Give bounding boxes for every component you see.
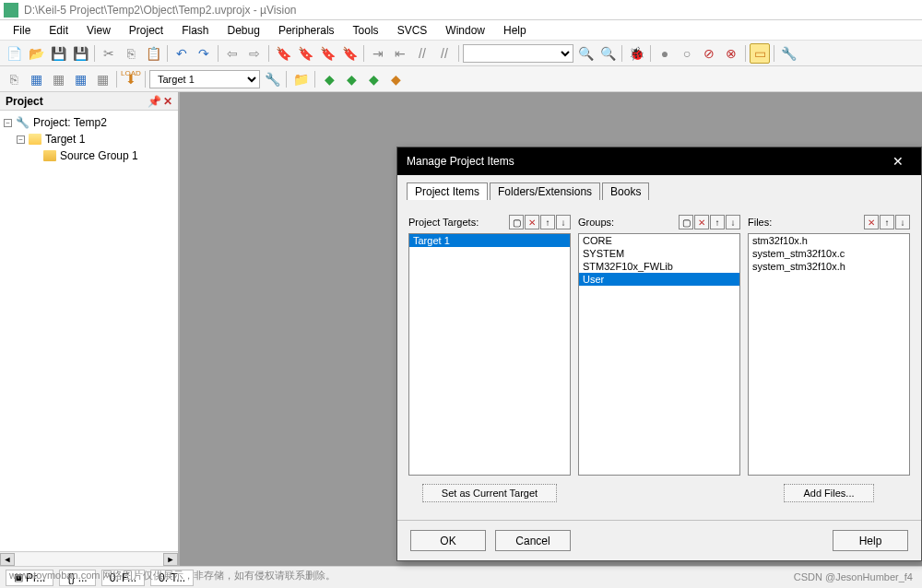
close-icon[interactable]: ✕ bbox=[884, 154, 912, 169]
list-item[interactable]: User bbox=[579, 273, 739, 286]
comment-icon[interactable]: // bbox=[412, 43, 432, 64]
list-item[interactable]: system_stm32f10x.c bbox=[749, 247, 909, 260]
batch-build-icon[interactable]: ▦ bbox=[70, 69, 90, 89]
breakpoint-kill-icon[interactable]: ⊗ bbox=[721, 43, 741, 64]
menu-peripherals[interactable]: Peripherals bbox=[269, 22, 344, 39]
target-options-icon[interactable]: 🔧 bbox=[262, 69, 282, 89]
panel-hscroll[interactable]: ◄ ► bbox=[0, 551, 178, 566]
menu-svcs[interactable]: SVCS bbox=[388, 22, 437, 39]
tab-books[interactable]: Books bbox=[602, 182, 649, 200]
new-group-icon[interactable]: ▢ bbox=[679, 215, 693, 229]
scroll-left-icon[interactable]: ◄ bbox=[0, 553, 15, 566]
cut-icon[interactable]: ✂ bbox=[99, 43, 119, 64]
tree-target[interactable]: − Target 1 bbox=[4, 131, 174, 147]
menu-project[interactable]: Project bbox=[120, 22, 172, 39]
project-root-icon: 🔧 bbox=[16, 116, 30, 129]
tree-group[interactable]: Source Group 1 bbox=[4, 147, 174, 164]
save-all-icon[interactable]: 💾 bbox=[70, 43, 90, 64]
move-up-icon[interactable]: ↑ bbox=[710, 215, 725, 229]
ok-button[interactable]: OK bbox=[410, 530, 486, 551]
set-current-target-button[interactable]: Set as Current Target bbox=[422, 484, 557, 502]
collapse-icon[interactable]: − bbox=[4, 119, 12, 127]
dialog-title-bar: Manage Project Items ✕ bbox=[397, 147, 921, 175]
redo-icon[interactable]: ↷ bbox=[194, 43, 214, 64]
stop-build-icon[interactable]: ▦ bbox=[92, 69, 112, 89]
find-icon[interactable]: 🔍 bbox=[575, 43, 596, 64]
move-down-icon[interactable]: ↓ bbox=[556, 215, 571, 229]
configure-icon[interactable]: 🔧 bbox=[778, 43, 798, 64]
open-file-icon[interactable]: 📂 bbox=[26, 43, 46, 64]
bookmark-clear-icon[interactable]: 🔖 bbox=[339, 43, 360, 64]
delete-file-icon[interactable]: ✕ bbox=[864, 215, 879, 229]
move-down-icon[interactable]: ↓ bbox=[726, 215, 740, 229]
select-packs-icon[interactable]: ◆ bbox=[341, 69, 361, 89]
groups-listbox[interactable]: CORE SYSTEM STM32F10x_FWLib User bbox=[578, 233, 740, 476]
new-target-icon[interactable]: ▢ bbox=[509, 215, 524, 229]
separator bbox=[167, 45, 168, 62]
tab-folders-extensions[interactable]: Folders/Extensions bbox=[490, 182, 600, 200]
targets-listbox[interactable]: Target 1 bbox=[408, 233, 571, 476]
breakpoint-disable-icon[interactable]: ⊘ bbox=[699, 43, 719, 64]
bookmark-prev-icon[interactable]: 🔖 bbox=[295, 43, 315, 64]
download-icon[interactable]: LOAD⬇ bbox=[121, 69, 141, 89]
menu-view[interactable]: View bbox=[77, 22, 120, 39]
window-icon[interactable]: ▭ bbox=[750, 43, 770, 64]
list-item[interactable]: system_stm32f10x.h bbox=[749, 260, 909, 273]
project-tree[interactable]: − 🔧 Project: Temp2 − Target 1 Source Gro… bbox=[0, 111, 178, 551]
move-up-icon[interactable]: ↑ bbox=[540, 215, 555, 229]
bookmark-icon[interactable]: 🔖 bbox=[273, 43, 293, 64]
undo-icon[interactable]: ↶ bbox=[171, 43, 192, 64]
save-icon[interactable]: 💾 bbox=[48, 43, 68, 64]
rebuild-icon[interactable]: ▦ bbox=[48, 69, 68, 89]
indent-icon[interactable]: ⇥ bbox=[368, 43, 388, 64]
pack-installer-icon[interactable]: ◆ bbox=[363, 69, 384, 89]
paste-icon[interactable]: 📋 bbox=[143, 43, 163, 64]
delete-group-icon[interactable]: ✕ bbox=[694, 215, 709, 229]
list-item[interactable]: SYSTEM bbox=[579, 247, 739, 260]
scroll-track[interactable] bbox=[15, 553, 163, 566]
copy-icon[interactable]: ⎘ bbox=[121, 43, 141, 64]
menu-debug[interactable]: Debug bbox=[219, 22, 269, 39]
menu-tools[interactable]: Tools bbox=[344, 22, 388, 39]
breakpoint-enable-icon[interactable]: ○ bbox=[677, 43, 697, 64]
cancel-button[interactable]: Cancel bbox=[495, 530, 571, 551]
list-item[interactable]: Target 1 bbox=[409, 234, 570, 247]
delete-target-icon[interactable]: ✕ bbox=[525, 215, 539, 229]
nav-back-icon[interactable]: ⇦ bbox=[222, 43, 242, 64]
build-icon[interactable]: ▦ bbox=[26, 69, 46, 89]
target-select[interactable]: Target 1 bbox=[149, 70, 260, 88]
scroll-right-icon[interactable]: ► bbox=[163, 553, 178, 566]
find-combo[interactable] bbox=[463, 44, 573, 63]
move-down-icon[interactable]: ↓ bbox=[895, 215, 910, 229]
bookmark-next-icon[interactable]: 🔖 bbox=[317, 43, 337, 64]
books-icon[interactable]: ◆ bbox=[385, 69, 406, 89]
translate-icon[interactable]: ⎘ bbox=[4, 69, 24, 89]
breakpoint-insert-icon[interactable]: ● bbox=[655, 43, 675, 64]
menu-flash[interactable]: Flash bbox=[172, 22, 218, 39]
list-item[interactable]: CORE bbox=[579, 234, 739, 247]
tab-project-items[interactable]: Project Items bbox=[407, 182, 488, 200]
files-listbox[interactable]: stm32f10x.h system_stm32f10x.c system_st… bbox=[748, 233, 910, 476]
add-files-button[interactable]: Add Files... bbox=[784, 484, 873, 502]
help-button[interactable]: Help bbox=[833, 530, 908, 551]
manage-rte-icon[interactable]: ◆ bbox=[319, 69, 339, 89]
nav-fwd-icon[interactable]: ⇨ bbox=[244, 43, 265, 64]
list-item[interactable]: stm32f10x.h bbox=[749, 234, 909, 247]
collapse-icon[interactable]: − bbox=[17, 135, 25, 144]
menu-edit[interactable]: Edit bbox=[40, 22, 77, 39]
find-in-files-icon[interactable]: 🔍 bbox=[597, 43, 618, 64]
move-up-icon[interactable]: ↑ bbox=[880, 215, 894, 229]
menu-help[interactable]: Help bbox=[494, 22, 536, 39]
manage-items-icon[interactable]: 📁 bbox=[290, 69, 311, 89]
menu-file[interactable]: File bbox=[4, 22, 40, 39]
tree-target-label: Target 1 bbox=[45, 133, 85, 146]
new-file-icon[interactable]: 📄 bbox=[4, 43, 24, 64]
panel-pin-icon[interactable]: 📌 bbox=[148, 95, 161, 108]
debug-icon[interactable]: 🐞 bbox=[626, 43, 646, 64]
tree-root[interactable]: − 🔧 Project: Temp2 bbox=[4, 114, 174, 131]
outdent-icon[interactable]: ⇤ bbox=[390, 43, 410, 64]
uncomment-icon[interactable]: // bbox=[434, 43, 455, 64]
menu-window[interactable]: Window bbox=[436, 22, 494, 39]
list-item[interactable]: STM32F10x_FWLib bbox=[579, 260, 739, 273]
panel-close-icon[interactable]: ✕ bbox=[163, 95, 172, 108]
